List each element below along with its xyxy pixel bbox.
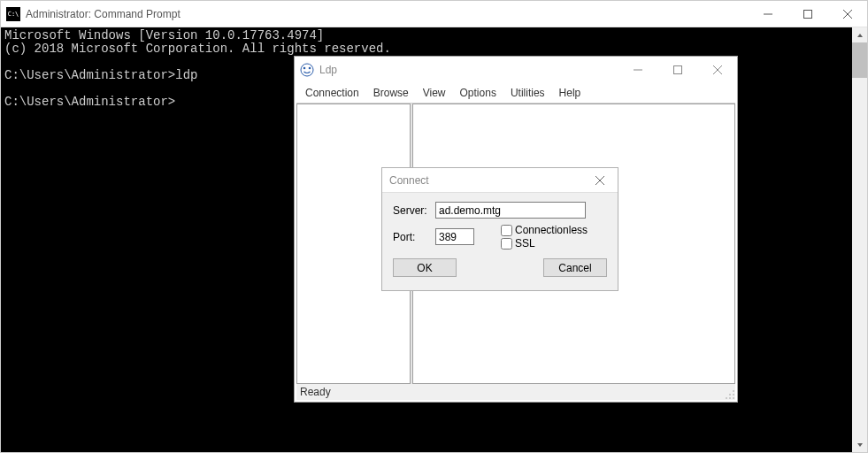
svg-point-13	[733, 390, 734, 392]
ldp-maximize-button[interactable]	[657, 57, 697, 83]
cancel-button[interactable]: Cancel	[543, 258, 607, 277]
ldp-app-icon	[300, 63, 314, 77]
connectionless-checkbox-row[interactable]: Connectionless	[501, 224, 588, 236]
menu-browse[interactable]: Browse	[366, 85, 416, 101]
ldp-minimize-button[interactable]	[618, 57, 657, 83]
svg-marker-5	[857, 443, 863, 447]
ssl-checkbox-row[interactable]: SSL	[501, 237, 588, 250]
ldp-title: Ldp	[319, 64, 337, 76]
svg-point-14	[729, 394, 731, 395]
menu-help[interactable]: Help	[552, 85, 588, 101]
maximize-button[interactable]	[787, 1, 827, 27]
menu-options[interactable]: Options	[453, 85, 503, 101]
svg-point-17	[729, 397, 731, 399]
svg-point-6	[301, 64, 313, 76]
svg-rect-1	[803, 11, 811, 19]
ldp-statusbar: Ready	[296, 384, 735, 400]
svg-point-7	[303, 67, 306, 70]
svg-rect-10	[673, 66, 681, 74]
ldp-status-text: Ready	[300, 386, 331, 398]
ldp-menubar: Connection Browse View Options Utilities…	[295, 83, 737, 103]
scroll-up-button[interactable]	[852, 27, 867, 42]
svg-point-15	[733, 394, 734, 395]
cmd-titlebar[interactable]: C:\ Administrator: Command Prompt	[1, 1, 867, 27]
ssl-checkbox[interactable]	[501, 238, 512, 250]
ok-button[interactable]: OK	[393, 258, 457, 277]
scroll-track[interactable]	[852, 42, 867, 437]
svg-point-8	[309, 67, 311, 70]
dialog-close-button[interactable]	[582, 168, 618, 193]
resize-grip-icon[interactable]	[723, 388, 735, 400]
scrollbar[interactable]	[852, 27, 867, 452]
close-button[interactable]	[827, 1, 867, 27]
dialog-title: Connect	[389, 174, 429, 187]
dialog-titlebar[interactable]: Connect	[382, 168, 618, 193]
connect-dialog: Connect Server: Port: Connectionless SSL	[381, 167, 618, 291]
ssl-label: SSL	[515, 237, 535, 250]
cmd-title: Administrator: Command Prompt	[26, 8, 181, 20]
ldp-titlebar[interactable]: Ldp	[295, 57, 737, 83]
svg-marker-4	[857, 34, 863, 37]
svg-point-16	[726, 397, 727, 399]
connectionless-checkbox[interactable]	[501, 225, 512, 236]
connectionless-label: Connectionless	[515, 224, 588, 236]
ldp-close-button[interactable]	[697, 57, 737, 83]
scroll-down-button[interactable]	[852, 437, 867, 452]
svg-point-18	[733, 397, 734, 399]
scroll-thumb[interactable]	[852, 42, 867, 78]
menu-connection[interactable]: Connection	[298, 85, 366, 101]
menu-view[interactable]: View	[416, 85, 453, 101]
cmd-icon: C:\	[6, 7, 20, 21]
port-input[interactable]	[435, 228, 474, 245]
server-label: Server:	[393, 204, 435, 217]
port-label: Port:	[393, 231, 435, 243]
server-input[interactable]	[435, 202, 586, 219]
minimize-button[interactable]	[748, 1, 787, 27]
menu-utilities[interactable]: Utilities	[503, 85, 552, 101]
